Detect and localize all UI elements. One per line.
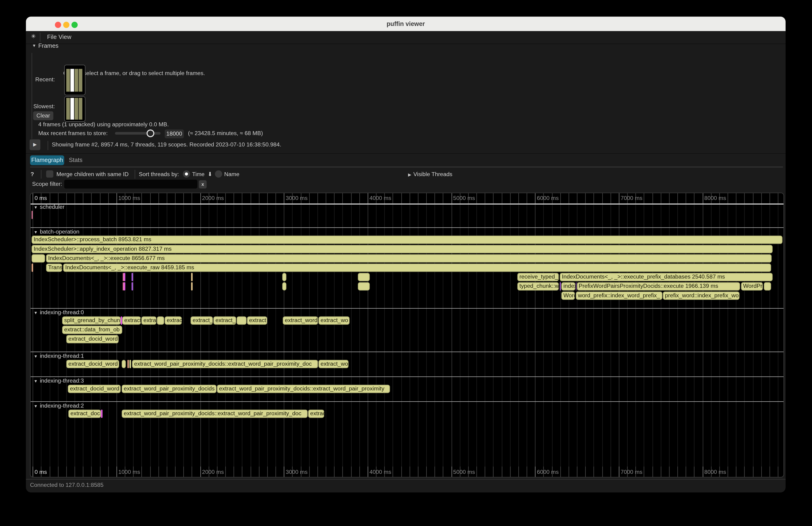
scope-bar[interactable]: extract [247,316,267,325]
scope-bar[interactable]: extract_ [190,316,213,325]
clear-button[interactable]: Clear [33,111,53,120]
scope-bar[interactable]: extract_docid_word [66,360,119,368]
scope-bar[interactable]: PrefixWordPairsProximityDocids::execute … [577,282,740,291]
play-button[interactable]: ▶ [29,139,40,150]
timeline-tick [108,466,109,477]
recent-frames-preview[interactable] [64,65,85,95]
timeline-tick [560,193,561,204]
scope-bar[interactable]: split_grenad_by_chun [62,316,121,325]
timeline-tick [451,466,452,477]
timeline-tick [401,466,402,477]
thread-header-scheduler[interactable]: ▼scheduler [33,203,64,210]
tab-stats[interactable]: Stats [69,157,83,163]
timeline-label: 3000 ms [286,195,307,201]
scope-bar[interactable]: typed_chunk::w [517,282,559,291]
timeline-tick [694,466,695,477]
slowest-frames-preview[interactable] [64,96,85,122]
visible-threads-header[interactable]: ▶Visible Threads [408,171,452,177]
gridline [778,204,779,477]
scope-bar[interactable]: IndexDocuments<_, _>::execute 8656.677 m… [46,254,772,263]
scope-bar[interactable]: Word [561,292,575,300]
timeline-tick [326,193,326,204]
help-button[interactable]: ? [31,171,34,177]
scope-bar[interactable]: extra [141,316,156,325]
flamegraph-panel[interactable]: 0 ms0 ms1000 ms1000 ms2000 ms2000 ms3000… [30,192,784,477]
scope-bar[interactable] [191,273,193,281]
menu-view[interactable]: View [59,33,71,40]
sort-time-label[interactable]: Time [192,171,205,177]
scope-bar[interactable] [358,273,369,281]
scope-bar[interactable]: extract::data_from_ob [62,326,122,334]
scope-bar[interactable]: Trans [46,263,62,272]
timeline-tick [594,193,594,204]
scope-bar[interactable] [124,282,125,291]
thread-header-indexing-thread-3[interactable]: ▼indexing-thread:3 [33,378,84,384]
max-frames-value[interactable]: 18000 [165,130,184,138]
timeline-tick [117,193,117,204]
scope-bar[interactable] [101,410,103,418]
timeline-tick [577,193,578,204]
sort-time-radio[interactable] [183,170,190,177]
scope-bar[interactable]: prefix_word::index_prefix_wo [663,292,739,300]
scope-bar[interactable] [576,282,576,291]
scope-bar[interactable] [560,282,561,291]
thread-header-indexing-thread-0[interactable]: ▼indexing-thread:0 [33,309,84,316]
scope-bar[interactable]: IndexDocuments<_, _>::execute_prefix_dat… [560,273,773,281]
scope-bar[interactable] [31,211,33,219]
sort-name-label[interactable]: Name [224,171,240,177]
scope-bar[interactable] [358,282,369,291]
scope-bar[interactable] [191,282,193,291]
scope-bar[interactable]: index [561,282,575,291]
scope-bar[interactable]: IndexScheduler>::apply_index_operation 8… [31,245,773,253]
scope-bar[interactable]: extract [122,316,141,325]
menu-file[interactable]: File [47,33,57,40]
titlebar: puffin viewer [26,17,786,32]
scope-bar[interactable]: extract_wo [318,360,349,368]
clear-filter-button[interactable]: x [199,180,207,188]
scope-bar[interactable] [132,273,133,281]
collapse-triangle-icon: ▼ [33,230,38,234]
slider-knob[interactable] [146,130,154,137]
scope-bar[interactable] [128,360,129,368]
scope-bar[interactable] [157,316,164,325]
scope-bar[interactable]: extract_word [283,316,318,325]
scope-bar[interactable] [236,316,246,325]
theme-toggle-icon[interactable]: ✳ [31,33,36,40]
thread-header-indexing-thread-2[interactable]: ▼indexing-thread:2 [33,402,84,409]
scope-bar[interactable] [31,263,33,272]
scope-bar[interactable] [282,273,287,281]
scope-bar[interactable]: extract_docid_word [66,335,119,344]
scope-bar[interactable]: IndexScheduler>::process_batch 8953.821 … [31,236,782,244]
scope-bar[interactable]: extract_word_pair_proximity_docids::extr… [217,385,390,393]
scope-bar[interactable]: WordPr [741,282,763,291]
scope-bar[interactable]: word_prefix::index_word_prefix_ [576,292,662,300]
scope-bar[interactable]: extract_doc [68,410,101,418]
scope-bar[interactable]: extract_word_pair_proximity_docids::extr… [132,360,318,368]
scope-bar[interactable] [31,254,45,263]
scope-bar[interactable]: extract_wo [318,316,349,325]
thread-header-indexing-thread-1[interactable]: ▼indexing-thread:1 [33,353,84,359]
scope-bar[interactable] [122,360,126,368]
sort-name-radio[interactable] [215,170,222,177]
scope-bar[interactable] [124,273,125,281]
scope-bar[interactable] [764,282,771,291]
scope-bar[interactable]: extract_ [214,316,236,325]
frames-section-header[interactable]: ▼Frames [32,42,59,49]
scope-bar[interactable]: extrac [165,316,182,325]
scope-bar[interactable]: receive_typed_ [517,273,559,281]
scope-bar[interactable] [132,282,133,291]
scope-filter-input[interactable] [64,179,197,188]
tab-flamegraph[interactable]: Flamegraph [30,155,64,165]
scope-bar[interactable] [121,316,122,325]
scope-bar[interactable]: extrac [308,410,324,418]
scope-bar[interactable] [282,282,287,291]
merge-children-checkbox[interactable] [46,170,53,177]
scope-bar[interactable]: IndexDocuments<_, _>::execute_raw 8459.1… [63,263,771,272]
scope-bar[interactable]: extract_docid_word [68,385,121,393]
sort-direction-arrow-icon[interactable]: ⬇ [208,171,213,177]
scope-bar[interactable]: extract_word_pair_proximity_docids::extr… [122,410,307,418]
scope-bar[interactable]: extract_word_pair_proximity_docids [122,385,216,393]
thread-header-batch-operation[interactable]: ▼batch-operation [33,229,79,235]
timeline-tick [242,193,243,204]
scope-bar[interactable] [129,360,131,368]
